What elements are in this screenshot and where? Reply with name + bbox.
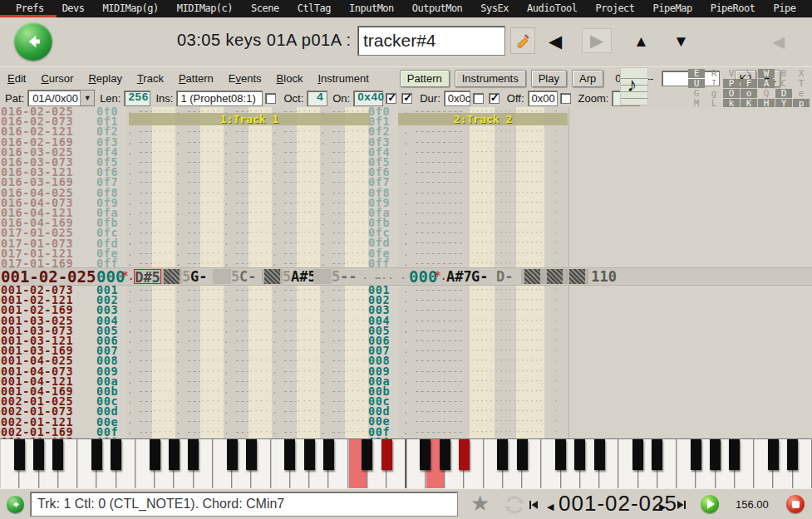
fx-cell-empty[interactable]: ····· xyxy=(297,228,320,237)
fx-cell-empty[interactable]: ······· xyxy=(516,228,544,237)
fx-cell-empty[interactable]: ····· xyxy=(297,208,320,218)
key-map-cell-O[interactable]: O xyxy=(723,89,740,98)
step-back-icon[interactable]: ◀ xyxy=(547,502,554,512)
fx-cell-empty[interactable]: ····· xyxy=(152,285,175,295)
note-cell-empty[interactable]: . --- xyxy=(127,188,152,198)
fx-cell-empty[interactable]: ····· xyxy=(297,335,320,345)
note-cell-empty[interactable]: . --------- xyxy=(398,295,470,305)
fx-cell-empty[interactable]: ······· xyxy=(516,345,544,355)
fx-cell-empty[interactable]: ····· xyxy=(200,237,224,247)
note-cell[interactable]: G-6 xyxy=(471,269,496,284)
black-key-after-40[interactable] xyxy=(787,439,798,470)
note-cell-empty[interactable]: . --- xyxy=(127,177,152,187)
note-cell-empty[interactable]: . --- xyxy=(175,376,200,386)
fx-cell-empty[interactable]: ······· xyxy=(516,305,544,315)
fx-cell-empty[interactable]: ····· xyxy=(200,228,224,237)
table-row[interactable]: 016-02-1690f3. ---·····. ---·····. ---··… xyxy=(0,137,812,147)
key-map-cell-I[interactable]: I xyxy=(706,79,722,88)
fx-cell-empty[interactable]: ····· xyxy=(345,147,368,157)
note-cell-empty[interactable]: . --- xyxy=(272,258,297,268)
note-cell-empty[interactable]: . --------- xyxy=(398,167,470,177)
black-key-after-35[interactable] xyxy=(691,439,701,470)
note-cell-empty[interactable]: . --- xyxy=(320,355,345,365)
fx-cell-empty[interactable]: ······· xyxy=(516,285,544,295)
note-cell-empty[interactable]: . --- xyxy=(127,305,152,315)
fx-cell-empty[interactable]: ····· xyxy=(470,248,495,258)
fx-cell-empty[interactable]: ····· xyxy=(495,427,516,437)
fx-cell-empty[interactable]: ······· xyxy=(516,177,544,187)
note-cell-empty[interactable]: . --------- xyxy=(398,126,470,136)
on-velocity-field[interactable]: 0x40 xyxy=(353,91,383,106)
duration-checkbox-2[interactable] xyxy=(489,93,500,104)
pattern-select[interactable]: 01A/0x00▼ xyxy=(27,90,95,106)
fx-cell-empty[interactable]: ····· xyxy=(152,316,175,326)
note-cell[interactable]: C-5 xyxy=(239,269,262,284)
note-cell-empty[interactable]: . --- xyxy=(320,167,345,177)
fx-cell-empty[interactable]: ····· xyxy=(200,355,224,365)
fx-cell-empty[interactable]: ····· xyxy=(495,366,516,376)
table-row[interactable]: 001-02-073001. ---·····. ---·····. ---··… xyxy=(0,285,812,295)
fx-cell-empty[interactable]: ····· xyxy=(470,126,495,136)
note-cell-empty[interactable]: . --- xyxy=(272,147,297,157)
note-cell[interactable] xyxy=(521,269,544,284)
menubar-item-piperoot[interactable]: PipeRoot xyxy=(701,0,765,17)
note-cell-empty[interactable]: . --- xyxy=(272,396,297,406)
fx-cell-empty[interactable]: ····· xyxy=(495,218,516,228)
fx-cell-empty[interactable]: ····· xyxy=(470,137,495,147)
fx-cell-empty[interactable]: ····· xyxy=(297,285,320,295)
fx-cell-empty[interactable]: ····· xyxy=(152,237,175,247)
menu-events[interactable]: Events xyxy=(229,72,262,85)
fx-cell-empty[interactable]: ····· xyxy=(200,126,224,136)
key-map-cell-o[interactable]: o xyxy=(741,89,757,98)
off-checkbox[interactable] xyxy=(560,93,571,104)
note-cell-empty[interactable]: . --- xyxy=(320,237,345,247)
note-cell-empty[interactable]: . --- xyxy=(320,316,345,326)
fx-cell-empty[interactable]: ····· xyxy=(200,177,224,187)
key-map-cell-F[interactable]: F xyxy=(741,79,757,88)
fx-cell-empty[interactable]: ····· xyxy=(249,137,272,147)
note-cell-empty[interactable]: . --- xyxy=(175,326,200,335)
duration-field[interactable]: 0x0c xyxy=(444,91,470,106)
fx-cell-empty[interactable]: ····· xyxy=(470,326,495,335)
note-cell-empty[interactable]: . --- xyxy=(127,345,152,355)
fx-cell-empty[interactable]: ····· xyxy=(345,208,368,218)
cursor-cell[interactable]: D#5 xyxy=(134,269,161,284)
table-row[interactable]: 001-04-12100a. ---·····. ---·····. ---··… xyxy=(0,376,812,386)
fx-cell-empty[interactable]: ····· xyxy=(249,326,272,335)
fx-cell-empty[interactable]: ····· xyxy=(249,416,272,426)
fx-cell-empty[interactable]: ····· xyxy=(345,126,368,136)
fx-cell-empty[interactable]: ····· xyxy=(152,188,175,198)
note-cell-empty[interactable]: . --------- xyxy=(398,326,470,335)
fx-cell-empty[interactable]: ····· xyxy=(495,188,516,198)
black-key-after-25[interactable] xyxy=(497,439,508,470)
note-cell-empty[interactable]: . --- xyxy=(320,285,345,295)
fx-cell-empty[interactable]: ····· xyxy=(297,295,320,305)
note-cell-empty[interactable]: . --- xyxy=(127,406,152,416)
fx-cell-empty[interactable]: ····· xyxy=(297,157,320,167)
key-map-cell-A[interactable]: A xyxy=(758,79,775,88)
fx-cell-empty[interactable]: ····· xyxy=(470,285,495,295)
fx-cell-empty[interactable]: ····· xyxy=(495,376,516,386)
note-cell-empty[interactable]: . --------- xyxy=(398,345,470,355)
table-row[interactable]: 001-02-169003. ---·····. ---·····. ---··… xyxy=(0,305,812,315)
note-cell-empty[interactable]: . --- xyxy=(127,316,152,326)
fx-cell-empty[interactable]: ····· xyxy=(249,396,272,406)
fx-cell-empty[interactable]: ····· xyxy=(297,248,320,258)
fx-cell-empty[interactable]: ····· xyxy=(297,126,320,136)
fx-cell-empty[interactable]: ····· xyxy=(495,248,516,258)
key-map-cell-Q[interactable]: Q xyxy=(758,89,775,98)
duration-checkbox-1[interactable] xyxy=(473,93,484,104)
key-map-cell-B[interactable]: B xyxy=(775,69,792,78)
fx-cell-empty[interactable]: ····· xyxy=(297,345,320,355)
note-cell-empty[interactable]: . --- xyxy=(127,386,152,396)
note-cell-empty[interactable]: . --- xyxy=(224,345,249,355)
black-key-after-37[interactable] xyxy=(729,439,740,470)
skip-to-end-icon[interactable] xyxy=(677,500,687,510)
fx-cell-empty[interactable]: ····· xyxy=(152,167,175,177)
note-cell-empty[interactable]: . --- xyxy=(127,376,152,386)
fx-cell-empty[interactable]: ····· xyxy=(152,326,175,335)
note-cell-empty[interactable]: . --- xyxy=(224,167,249,177)
fx-cell-empty[interactable]: ······· xyxy=(516,355,544,365)
table-row[interactable]: 001-04-073009. ---·····. ---·····. ---··… xyxy=(0,366,812,376)
black-key-after-26[interactable] xyxy=(517,439,528,470)
